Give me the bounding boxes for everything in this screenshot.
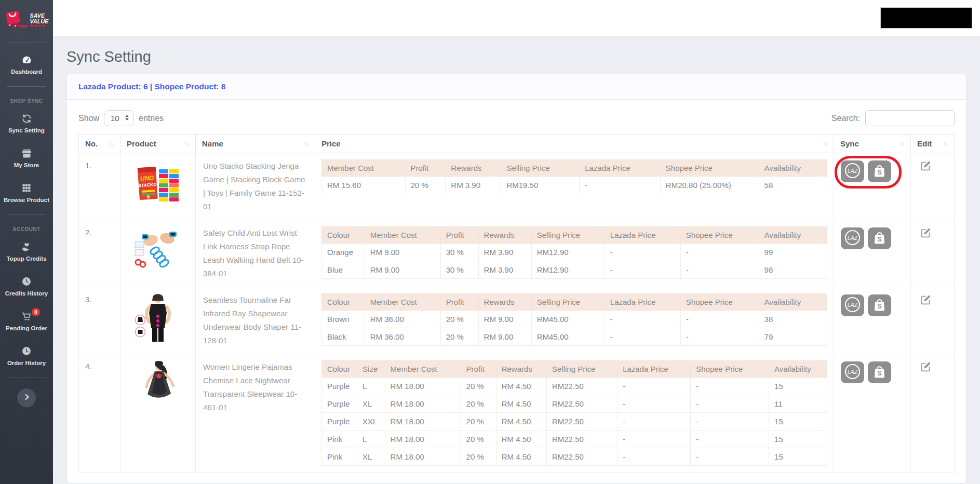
sidebar-item-order-history[interactable]: Order History [0,339,53,373]
price-value: Orange [322,244,365,261]
price-value: RM 18.00 [385,395,461,413]
price-table: ColourSizeMember CostProfitRewardsSellin… [321,360,827,466]
sync-buttons: LAZS [841,227,891,249]
sidebar-item-credits-history[interactable]: Credits History [0,269,53,304]
sidebar-section-account: ACCOUNT [1,226,52,232]
price-value: 20 % [461,448,496,466]
sync-cell: LAZS [834,220,911,287]
price-value: - [691,431,769,448]
price-header-row: ColourMember CostProfitRewardsSelling Pr… [322,294,827,311]
price-value: Pink [322,448,357,466]
price-header-member-cost: Member Cost [322,160,406,177]
sidebar-item-pending-order[interactable]: 0Pending Order [0,304,53,339]
sidebar-item-sync-setting[interactable]: Sync Setting [0,106,53,141]
edit-button[interactable] [920,227,931,240]
price-header-shopee-price: Shopee Price [660,160,759,177]
edit-button[interactable] [920,160,931,173]
price-value: RM 4.50 [496,378,546,395]
sidebar-item-dashboard[interactable]: Dashboard [0,47,53,82]
price-value: Purple [322,395,357,413]
brand-logo[interactable]: SAVE VALUE [0,0,53,38]
column-label: Edit [917,139,932,148]
edit-button[interactable] [920,361,931,374]
sidebar-collapse-button[interactable] [17,388,36,407]
sidebar-divider [7,378,46,378]
price-cell: ColourMember CostProfitRewardsSelling Pr… [315,220,834,287]
price-value: 30 % [440,261,478,279]
price-value: 20 % [405,177,446,194]
price-value: - [617,431,691,448]
price-row: PurpleLRM 18.0020 %RM 4.50RM22.50--15 [322,378,827,395]
lazada-sync-button[interactable]: LAZ [841,361,864,383]
price-table: ColourMember CostProfitRewardsSelling Pr… [321,293,827,346]
price-value: RM22.50 [546,378,617,395]
shopee-sync-button[interactable]: S [868,294,891,316]
sync-buttons: LAZS [841,294,891,316]
column-header-no[interactable]: ↑↓No. [79,135,120,153]
product-row: 3.Seamless Tourmaline Far Infrared Ray S… [79,287,955,354]
speedometer-icon [21,54,32,65]
page-content: Sync Setting Lazada Product: 6 | Shopee … [53,48,980,483]
sort-icon: ↑↓ [109,139,114,146]
sidebar-item-browse-product[interactable]: Browse Product [0,176,53,210]
price-value: - [617,395,691,413]
edit-cell [911,354,955,473]
lazada-sync-button[interactable]: LAZ [841,294,864,316]
price-value: - [680,311,759,328]
store-icon [21,147,32,159]
column-header-edit[interactable]: ↑↓Edit [911,135,955,153]
price-header-rewards: Rewards [478,227,531,244]
price-value: 20 % [440,328,478,346]
lazada-sync-button[interactable]: LAZ [841,160,864,182]
price-value: 20 % [440,311,478,328]
page-size-select[interactable]: 10 [104,110,134,126]
column-label: Product [127,139,156,148]
sidebar-item-label: Dashboard [11,69,42,75]
price-header-availability: Availability [759,227,827,244]
column-header-sync[interactable]: ↑↓Sync [834,135,911,153]
price-value: RM 4.50 [496,448,546,466]
product-name: Women Lingerie Pajamas Chemise Lace Nigh… [196,354,315,473]
price-value: RM22.50 [546,431,617,448]
select-arrows-icon [125,114,129,123]
sidebar-section-shop-sync: SHOP SYNC [1,98,52,104]
svg-text:LAZ: LAZ [848,369,858,375]
shopee-sync-button[interactable]: S [868,361,891,383]
sidebar-divider [7,43,46,43]
price-row: OrangeRM 9.0030 %RM 3.90RM12.90--99 [322,244,827,261]
edit-button[interactable] [920,294,931,307]
shopee-sync-button[interactable]: S [868,160,891,182]
price-row: PurpleXXLRM 18.0020 %RM 4.50RM22.50--15 [322,413,827,431]
sync-cell: LAZS [834,287,911,354]
price-header-colour: Colour [322,361,357,378]
price-row: PinkLRM 18.0020 %RM 4.50RM22.50--15 [322,431,827,448]
price-header-lazada-price: Lazada Price [580,160,661,177]
column-header-price[interactable]: ↑↓Price [315,135,834,153]
sort-icon: ↑↓ [900,139,904,146]
lazada-icon: LAZ [843,228,862,248]
edit-icon [920,365,931,374]
shopee-sync-button[interactable]: S [868,227,891,249]
lazada-icon: LAZ [843,362,862,382]
column-header-name[interactable]: ↑↓Name [196,135,315,153]
sidebar-item-my-store[interactable]: My Store [0,141,53,176]
sync-setting-card: Lazada Product: 6 | Shopee Product: 8 Sh… [66,74,966,483]
price-header-profit: Profit [461,361,496,378]
grid-icon [21,182,32,194]
price-header-rewards: Rewards [496,361,546,378]
price-value: RM 3.90 [478,244,531,261]
table-body: 1.UNOSTACKOUno Stacko Stacking Jenga Gam… [79,153,955,473]
price-header-selling-price: Selling Price [501,160,580,177]
price-header-size: Size [357,361,385,378]
price-value: RM45.00 [531,328,605,346]
uno-stacko-game-image: UNOSTACKO [120,153,196,220]
column-header-product[interactable]: ↑↓Product [120,135,196,153]
sidebar-item-topup-credits[interactable]: Topup Credits [0,234,53,269]
price-value: - [605,311,680,328]
search-input[interactable] [865,110,955,126]
price-cell: ColourSizeMember CostProfitRewardsSellin… [315,354,834,473]
price-value: RM 15.60 [322,177,406,194]
sidebar-item-label: Sync Setting [8,127,45,134]
lazada-sync-button[interactable]: LAZ [841,227,864,249]
page-size-value: 10 [111,114,119,123]
